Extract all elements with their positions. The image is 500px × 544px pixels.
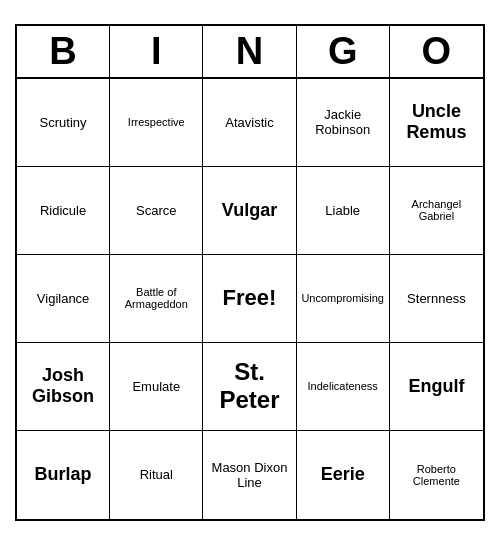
bingo-cell-8: Liable xyxy=(297,167,390,255)
header-letter-g: G xyxy=(297,26,390,77)
bingo-cell-24: Roberto Clemente xyxy=(390,431,483,519)
bingo-cell-5: Ridicule xyxy=(17,167,110,255)
bingo-cell-2: Atavistic xyxy=(203,79,296,167)
header-letter-b: B xyxy=(17,26,110,77)
bingo-cell-4: Uncle Remus xyxy=(390,79,483,167)
header-letter-i: I xyxy=(110,26,203,77)
bingo-cell-12: Free! xyxy=(203,255,296,343)
bingo-cell-10: Vigilance xyxy=(17,255,110,343)
bingo-cell-7: Vulgar xyxy=(203,167,296,255)
header-letter-o: O xyxy=(390,26,483,77)
bingo-cell-23: Eerie xyxy=(297,431,390,519)
bingo-cell-18: Indelicateness xyxy=(297,343,390,431)
bingo-cell-1: Irrespective xyxy=(110,79,203,167)
bingo-cell-16: Emulate xyxy=(110,343,203,431)
bingo-cell-19: Engulf xyxy=(390,343,483,431)
bingo-cell-13: Uncompromising xyxy=(297,255,390,343)
bingo-cell-6: Scarce xyxy=(110,167,203,255)
bingo-cell-21: Ritual xyxy=(110,431,203,519)
bingo-header: BINGO xyxy=(17,26,483,79)
bingo-cell-17: St. Peter xyxy=(203,343,296,431)
bingo-cell-0: Scrutiny xyxy=(17,79,110,167)
bingo-cell-9: Archangel Gabriel xyxy=(390,167,483,255)
bingo-cell-20: Burlap xyxy=(17,431,110,519)
bingo-cell-11: Battle of Armageddon xyxy=(110,255,203,343)
bingo-cell-15: Josh Gibson xyxy=(17,343,110,431)
bingo-card: BINGO ScrutinyIrrespectiveAtavisticJacki… xyxy=(15,24,485,521)
bingo-cell-3: Jackie Robinson xyxy=(297,79,390,167)
header-letter-n: N xyxy=(203,26,296,77)
bingo-grid: ScrutinyIrrespectiveAtavisticJackie Robi… xyxy=(17,79,483,519)
bingo-cell-22: Mason Dixon Line xyxy=(203,431,296,519)
bingo-cell-14: Sternness xyxy=(390,255,483,343)
